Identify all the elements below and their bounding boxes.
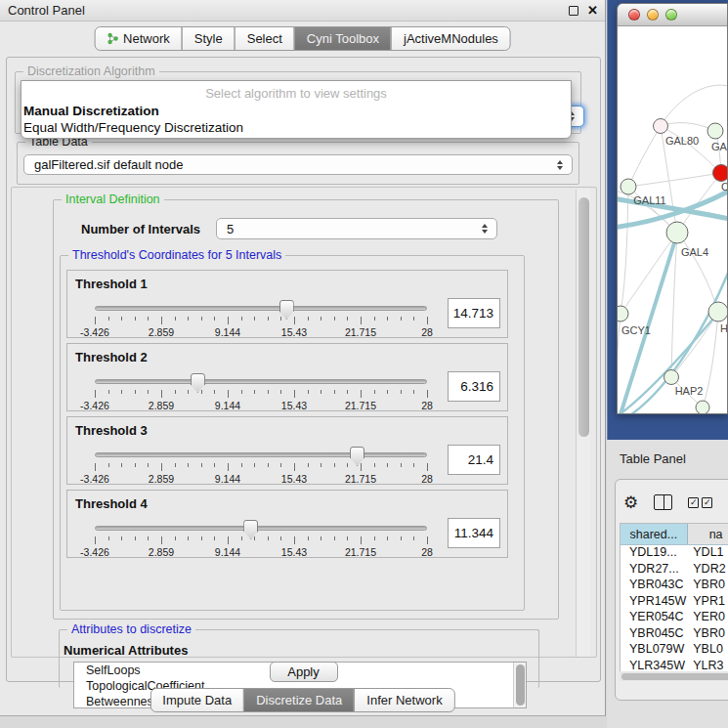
threshold-value-field[interactable]: 14.713	[448, 298, 500, 328]
table-cell: YER0	[689, 610, 728, 626]
table-data-combobox[interactable]: galFiltered.sif default node	[23, 154, 573, 175]
slider-track[interactable]	[95, 379, 427, 384]
network-node-ga[interactable]	[707, 123, 723, 139]
tick-mark	[427, 536, 428, 544]
checkbox-icon[interactable]: ✓	[688, 497, 699, 508]
threshold-label: Threshold 4	[75, 496, 148, 511]
slider-track[interactable]	[95, 526, 427, 531]
gear-icon[interactable]: ⚙	[623, 494, 638, 511]
network-node-gal4[interactable]	[666, 222, 688, 243]
tab-network[interactable]: Network	[94, 26, 183, 51]
number-of-intervals-combobox[interactable]: 5	[216, 218, 497, 239]
checkbox-icon[interactable]: ✓	[702, 497, 712, 508]
table-hscrollbar[interactable]	[620, 671, 728, 681]
tick-label: 28	[421, 326, 433, 338]
network-edge[interactable]	[661, 85, 728, 126]
slider-track[interactable]	[95, 452, 427, 457]
slider-track[interactable]	[95, 306, 427, 311]
tick-mark	[413, 317, 414, 321]
tick-label: 21.715	[345, 400, 376, 411]
table-row[interactable]: YDL19...YDL1	[621, 545, 728, 562]
table-cell: YBL079W	[621, 642, 689, 659]
tab-jactivemnodules[interactable]: jActiveMNodules	[391, 26, 511, 51]
apply-button[interactable]: Apply	[270, 662, 338, 682]
attributes-scrollbar[interactable]	[513, 663, 526, 707]
threshold-value-field[interactable]: 11.344	[448, 518, 500, 548]
close-icon[interactable]: ✕	[587, 3, 598, 18]
table-row[interactable]: YBL079WYBL0	[621, 642, 728, 659]
close-traffic-icon[interactable]	[628, 9, 640, 21]
tick-mark	[121, 390, 122, 394]
algorithm-option[interactable]: Equal Width/Frequency Discretization	[21, 119, 571, 136]
tick-label: 21.715	[345, 473, 376, 485]
table-row[interactable]: YBR045CYBR0	[621, 626, 728, 643]
scrollbar-thumb[interactable]	[516, 664, 525, 706]
settings-scroll-area: Interval Definition Number of Intervals …	[11, 187, 597, 658]
split-columns-icon[interactable]	[654, 494, 672, 510]
network-node-gal11[interactable]	[621, 179, 636, 194]
tick-mark	[361, 536, 362, 544]
network-node-c[interactable]	[713, 165, 728, 182]
tick-mark	[280, 390, 281, 394]
network-canvas[interactable]: GAL80GACGAL11GAL4GCY1HHAP2	[618, 26, 728, 414]
settings-scrollbar[interactable]	[576, 190, 590, 657]
network-edge[interactable]	[618, 314, 621, 398]
table-row[interactable]: YER054CYER0	[621, 610, 728, 626]
table-cell: YPR145W	[621, 594, 689, 611]
tab-select[interactable]: Select	[235, 26, 295, 51]
algorithm-option[interactable]: Manual Discretization	[21, 103, 571, 119]
table-panel-card: ⚙ ✓ ✓ shared...na YDL19...YDL1YDR27...YD…	[615, 479, 728, 701]
network-edge[interactable]	[703, 312, 718, 407]
tick-label: 2.859	[149, 546, 174, 558]
tab-style[interactable]: Style	[182, 26, 236, 51]
network-edge[interactable]	[677, 233, 718, 312]
table-column-header[interactable]: na	[688, 524, 728, 544]
network-edge[interactable]	[621, 233, 677, 314]
table-cell: YDR27...	[621, 562, 689, 578]
apply-button-label: Apply	[287, 664, 320, 679]
slider-handle[interactable]	[243, 520, 258, 539]
network-node-h[interactable]	[708, 302, 728, 321]
zoom-traffic-icon[interactable]	[665, 9, 677, 21]
tab-cyni-toolbox[interactable]: Cyni Toolbox	[294, 26, 392, 51]
bottom-tab-discretize-data[interactable]: Discretize Data	[243, 688, 355, 712]
table-row[interactable]: YBR043CYBR0	[621, 578, 728, 594]
scrollbar-thumb[interactable]	[578, 197, 589, 437]
network-node[interactable]	[696, 401, 709, 414]
bottom-tab-bar: Impute DataDiscretize DataInfer Network	[150, 688, 454, 712]
network-edge[interactable]	[628, 173, 721, 187]
network-edge[interactable]	[621, 187, 628, 314]
tick-mark	[241, 536, 242, 540]
network-node-gal80[interactable]	[654, 119, 668, 134]
bottom-tab-infer-network[interactable]: Infer Network	[354, 688, 454, 712]
table-row[interactable]: YPR145WYPR1	[621, 594, 728, 611]
tick-mark	[188, 317, 189, 321]
float-icon[interactable]	[569, 6, 578, 16]
scrollbar-thumb[interactable]	[621, 673, 728, 680]
tick-mark	[413, 463, 414, 467]
tick-label: 28	[421, 473, 433, 485]
tick-label: -3.426	[80, 473, 109, 485]
slider-handle[interactable]	[350, 447, 364, 466]
node-label: GA	[711, 141, 728, 152]
node-label: GCY1	[621, 324, 651, 336]
node-label: GAL80	[665, 135, 699, 147]
minimize-traffic-icon[interactable]	[647, 9, 659, 21]
threshold-value-field[interactable]: 6.316	[448, 371, 500, 402]
threshold-value-field[interactable]: 21.4	[448, 445, 500, 475]
tick-mark	[108, 390, 109, 394]
node-table[interactable]: shared...na YDL19...YDL1YDR27...YDR2YBR0…	[620, 523, 728, 679]
network-node-hap2[interactable]	[664, 370, 679, 385]
tick-mark	[321, 317, 321, 321]
slider-handle[interactable]	[191, 373, 205, 393]
tick-mark	[108, 536, 109, 540]
bottom-tab-impute-data[interactable]: Impute Data	[150, 688, 244, 712]
table-row[interactable]: YDR27...YDR2	[621, 562, 728, 578]
network-node-gcy1[interactable]	[618, 306, 628, 321]
network-edge[interactable]	[628, 126, 661, 187]
tick-mark	[161, 463, 162, 471]
tick-label: 15.43	[281, 546, 307, 558]
network-window-titlebar[interactable]	[618, 4, 727, 26]
node-label: HAP2	[675, 385, 704, 397]
table-column-header[interactable]: shared...	[621, 524, 688, 544]
